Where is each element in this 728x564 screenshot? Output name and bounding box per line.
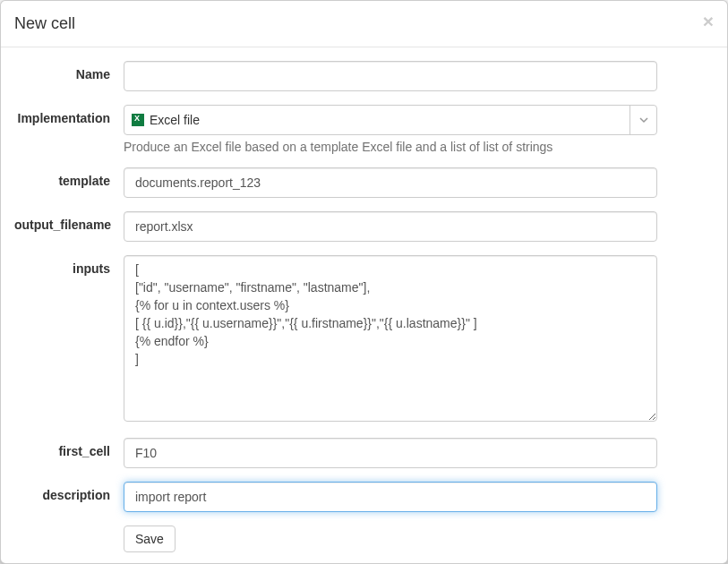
- output-filename-input[interactable]: [124, 211, 657, 242]
- modal-header: New cell ×: [1, 1, 727, 47]
- implementation-help: Produce an Excel file based on a templat…: [124, 140, 657, 154]
- implementation-label: Implementation: [14, 105, 124, 125]
- description-label: description: [14, 482, 124, 502]
- chevron-down-icon[interactable]: [630, 106, 656, 134]
- implementation-selected: Excel file: [150, 113, 200, 127]
- field-output-filename: output_filename: [14, 211, 657, 242]
- template-input[interactable]: [124, 167, 657, 198]
- first-cell-input[interactable]: [124, 438, 657, 468]
- excel-icon: [132, 114, 144, 126]
- field-description: description: [14, 482, 657, 512]
- modal-title: New cell: [14, 14, 714, 33]
- field-actions: Save: [14, 526, 657, 552]
- name-label: Name: [14, 61, 124, 81]
- description-input[interactable]: [124, 482, 657, 512]
- field-template: template: [14, 167, 657, 198]
- inputs-label: inputs: [14, 255, 124, 276]
- field-first-cell: first_cell: [14, 438, 657, 468]
- field-inputs: inputs [ ["id", "username", "firstname",…: [14, 255, 657, 424]
- template-label: template: [14, 167, 124, 188]
- close-button[interactable]: ×: [703, 12, 714, 30]
- new-cell-modal: New cell × Name Implementation Excel fil…: [0, 0, 728, 564]
- field-implementation: Implementation Excel file Produce an Exc…: [14, 105, 657, 154]
- modal-body: Name Implementation Excel file Produce a…: [1, 47, 727, 563]
- output-filename-label: output_filename: [14, 211, 124, 232]
- save-button[interactable]: Save: [124, 526, 176, 552]
- inputs-textarea[interactable]: [ ["id", "username", "firstname", "lastn…: [124, 255, 657, 422]
- first-cell-label: first_cell: [14, 438, 124, 458]
- implementation-select[interactable]: Excel file: [124, 105, 657, 135]
- field-name: Name: [14, 61, 657, 91]
- name-input[interactable]: [124, 61, 657, 91]
